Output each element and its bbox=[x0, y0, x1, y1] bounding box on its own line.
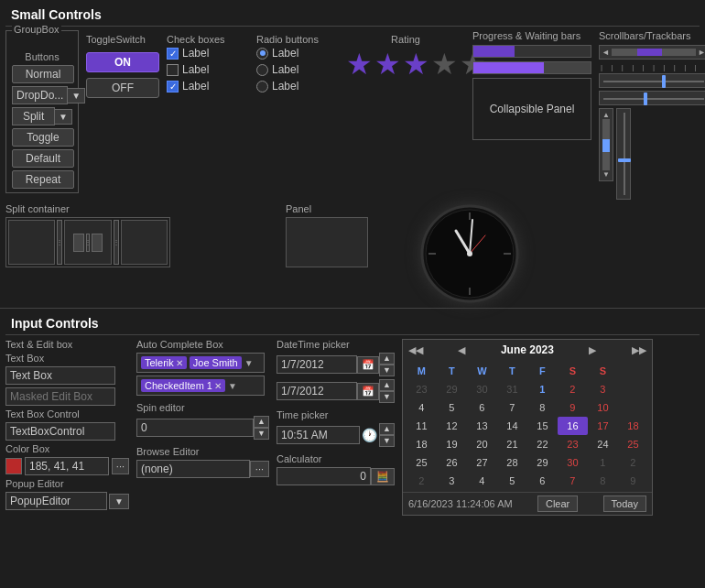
toggle-on-button[interactable]: ON bbox=[86, 52, 159, 72]
default-button[interactable]: Default bbox=[12, 149, 74, 168]
cal-day-16-today[interactable]: 16 bbox=[558, 417, 588, 435]
cal-day-1-other[interactable]: 1 bbox=[588, 453, 618, 472]
autocomplete-arrow-2[interactable]: ▼ bbox=[228, 381, 237, 391]
cal-day-15[interactable]: 15 bbox=[527, 417, 558, 435]
cal-day-25-w[interactable]: 25 bbox=[618, 435, 648, 453]
scroll-track-h[interactable] bbox=[612, 49, 696, 56]
cal-day-29-j[interactable]: 29 bbox=[527, 453, 558, 472]
cal-day-3-j[interactable]: 3 bbox=[437, 472, 467, 490]
cal-day-8[interactable]: 8 bbox=[527, 398, 558, 417]
checkbox-1[interactable] bbox=[167, 64, 179, 76]
calendar-today-button[interactable]: Today bbox=[603, 495, 646, 512]
cal-day-14[interactable]: 14 bbox=[497, 417, 527, 435]
cal-day-11[interactable]: 11 bbox=[407, 417, 437, 435]
tag-telerik-remove[interactable]: ✕ bbox=[176, 358, 183, 368]
radio-2[interactable] bbox=[256, 81, 268, 93]
toggle-button[interactable]: Toggle bbox=[12, 128, 74, 147]
cal-day-4-j[interactable]: 4 bbox=[467, 472, 497, 490]
cal-day-3[interactable]: 3 bbox=[588, 380, 618, 398]
cal-day-4[interactable]: 4 bbox=[407, 398, 437, 417]
scroll-left-arrow[interactable]: ◄ bbox=[602, 48, 610, 57]
autocomplete-input-1[interactable]: Telerik ✕ Joe Smith ▼ bbox=[136, 353, 265, 373]
time-down[interactable]: ▼ bbox=[379, 435, 395, 447]
trackbar-horizontal[interactable] bbox=[599, 73, 705, 88]
calculator-button[interactable]: 🧮 bbox=[371, 468, 395, 485]
cal-day-30[interactable]: 30 bbox=[467, 380, 497, 398]
text-box-input[interactable] bbox=[5, 366, 115, 385]
cal-day-2-oth[interactable]: 2 bbox=[407, 472, 437, 490]
spin-down-button[interactable]: ▼ bbox=[254, 428, 269, 440]
cal-day-28[interactable]: 28 bbox=[497, 453, 527, 472]
autocomplete-input-2[interactable]: CheckedItem 1 ✕ ▼ bbox=[136, 376, 265, 396]
cal-day-30-w[interactable]: 30 bbox=[558, 453, 588, 472]
cal-day-19[interactable]: 19 bbox=[437, 435, 467, 453]
cal-day-31[interactable]: 31 bbox=[497, 380, 527, 398]
cal-day-2[interactable]: 2 bbox=[558, 380, 588, 398]
repeat-button[interactable]: Repeat bbox=[12, 170, 74, 189]
tag-checked-item-remove[interactable]: ✕ bbox=[214, 381, 222, 391]
datetime-up-2[interactable]: ▲ bbox=[379, 379, 395, 391]
horizontal-scrollbar[interactable]: ◄ ► bbox=[599, 45, 705, 60]
cal-nav-next[interactable]: ▶ bbox=[589, 344, 596, 356]
datetime-up-1[interactable]: ▲ bbox=[379, 353, 395, 365]
cal-day-29[interactable]: 29 bbox=[437, 380, 467, 398]
radio-1[interactable] bbox=[256, 64, 268, 76]
time-input[interactable] bbox=[277, 426, 360, 444]
cal-day-20[interactable]: 20 bbox=[467, 435, 497, 453]
cal-nav-last[interactable]: ▶▶ bbox=[632, 344, 646, 356]
cal-day-22[interactable]: 22 bbox=[527, 435, 558, 453]
masked-edit-input[interactable] bbox=[5, 387, 115, 406]
split-button[interactable]: Split bbox=[12, 107, 55, 125]
trackbar-vertical[interactable] bbox=[616, 108, 631, 200]
cal-day-7[interactable]: 7 bbox=[497, 398, 527, 417]
spin-input[interactable] bbox=[136, 419, 254, 437]
time-clock-icon[interactable]: 🕐 bbox=[360, 428, 379, 442]
split-handle-1[interactable]: ⋮ bbox=[57, 220, 62, 265]
cal-day-13[interactable]: 13 bbox=[467, 417, 497, 435]
nested-handle[interactable]: ⋮ bbox=[86, 234, 90, 252]
split-handle-2[interactable]: ⋮ bbox=[114, 220, 119, 265]
cal-day-18-w[interactable]: 18 bbox=[618, 417, 648, 435]
cal-day-17[interactable]: 17 bbox=[588, 417, 618, 435]
vertical-scrollbar[interactable]: ▲ ▼ bbox=[599, 108, 613, 181]
cal-day-9[interactable]: 9 bbox=[558, 398, 588, 417]
browse-input[interactable] bbox=[136, 460, 250, 478]
scroll-right-arrow[interactable]: ► bbox=[698, 48, 705, 57]
datetime-down-2[interactable]: ▼ bbox=[379, 391, 395, 403]
collapsible-panel[interactable]: Collapsible Panel bbox=[472, 78, 591, 140]
cal-day-27[interactable]: 27 bbox=[467, 453, 497, 472]
datetime-down-1[interactable]: ▼ bbox=[379, 365, 395, 376]
cal-day-6-j[interactable]: 6 bbox=[527, 472, 558, 490]
browse-button[interactable]: ··· bbox=[250, 461, 269, 477]
color-more-button[interactable]: ··· bbox=[112, 458, 129, 474]
scroll-up-arrow[interactable]: ▲ bbox=[602, 111, 610, 119]
color-input[interactable] bbox=[25, 457, 109, 475]
cal-day-7-j[interactable]: 7 bbox=[558, 472, 588, 490]
cal-day-2-other[interactable]: 2 bbox=[618, 453, 648, 472]
cal-day-25[interactable]: 25 bbox=[407, 453, 437, 472]
radio-0[interactable] bbox=[256, 48, 268, 60]
calculator-input[interactable] bbox=[277, 467, 371, 485]
cal-day-9-oth[interactable]: 9 bbox=[618, 472, 648, 490]
vscroll-track[interactable] bbox=[602, 119, 610, 170]
scroll-down-arrow[interactable]: ▼ bbox=[602, 170, 610, 179]
text-box-control-input[interactable] bbox=[5, 422, 115, 441]
datetime-input-1[interactable] bbox=[277, 355, 357, 374]
datetime-calendar-button-1[interactable]: 📅 bbox=[357, 356, 379, 374]
split-arrow-button[interactable]: ▼ bbox=[55, 109, 72, 125]
autocomplete-arrow-1[interactable]: ▼ bbox=[244, 358, 254, 368]
time-up[interactable]: ▲ bbox=[379, 423, 395, 435]
datetime-input-2[interactable] bbox=[277, 382, 357, 400]
cal-day-21[interactable]: 21 bbox=[497, 435, 527, 453]
cal-day-10[interactable]: 10 bbox=[588, 398, 618, 417]
normal-button[interactable]: Normal bbox=[12, 65, 74, 83]
cal-day-24[interactable]: 24 bbox=[588, 435, 618, 453]
cal-day-5-j[interactable]: 5 bbox=[497, 472, 527, 490]
cal-day-12[interactable]: 12 bbox=[437, 417, 467, 435]
toggle-off-button[interactable]: OFF bbox=[86, 78, 159, 98]
cal-day-1-accent[interactable]: 1 bbox=[527, 380, 558, 398]
cal-day-18[interactable]: 18 bbox=[407, 435, 437, 453]
cal-day-6[interactable]: 6 bbox=[467, 398, 497, 417]
calendar-clear-button[interactable]: Clear bbox=[537, 495, 578, 512]
dropdown-button[interactable]: DropDo... bbox=[12, 86, 68, 104]
